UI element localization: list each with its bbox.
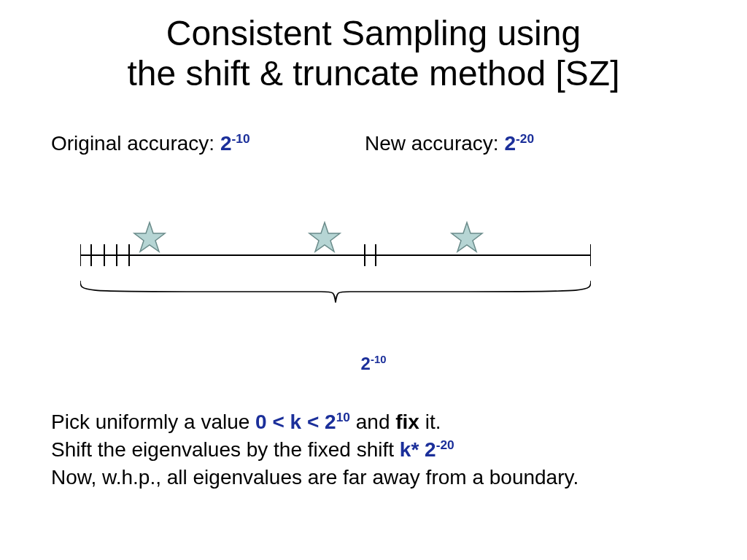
original-accuracy-label: Original accuracy:: [51, 132, 220, 155]
body-text: Pick uniformly a value 0 < k < 210 and f…: [51, 408, 711, 491]
math-shift: k* 2-20: [400, 438, 454, 461]
star-group: [134, 222, 482, 252]
body-line-1: Pick uniformly a value 0 < k < 210 and f…: [51, 408, 711, 436]
title-line-2: the shift & truncate method [SZ]: [128, 54, 620, 93]
original-accuracy: Original accuracy: 2-10: [51, 131, 250, 155]
exponent: 10: [336, 410, 350, 424]
star-icon: [309, 222, 340, 252]
new-accuracy-value: 2-20: [504, 132, 534, 155]
title-line-1: Consistent Sampling using: [166, 14, 581, 52]
text: 0 < k < 2: [255, 411, 336, 433]
new-accuracy-label: New accuracy:: [365, 132, 504, 155]
brace-label: 2-10: [0, 354, 747, 374]
base: 2: [220, 132, 232, 155]
star-icon: [134, 222, 165, 252]
body-line-2: Shift the eigenvalues by the fixed shift…: [51, 436, 711, 464]
text: and: [350, 411, 395, 433]
exponent: -10: [231, 131, 249, 146]
exponent: -20: [516, 131, 534, 146]
new-accuracy: New accuracy: 2-20: [365, 131, 534, 155]
math-range: 0 < k < 210: [255, 411, 350, 433]
exponent: -10: [371, 354, 387, 365]
base: 2: [361, 354, 371, 373]
star-icon: [452, 222, 482, 252]
text: Pick uniformly a value: [51, 411, 255, 433]
text: it.: [419, 411, 441, 433]
text: k* 2: [400, 438, 436, 461]
text: Shift the eigenvalues by the fixed shift: [51, 438, 400, 461]
bold-fix: fix: [395, 411, 419, 433]
number-line-diagram: [80, 219, 591, 321]
exponent: -20: [436, 437, 454, 451]
slide: Consistent Sampling using the shift & tr…: [0, 0, 747, 560]
original-accuracy-value: 2-10: [220, 132, 250, 155]
slide-title: Consistent Sampling using the shift & tr…: [0, 13, 747, 93]
brace-icon: [80, 281, 591, 303]
base: 2: [504, 132, 516, 155]
body-line-3: Now, w.h.p., all eigenvalues are far awa…: [51, 464, 711, 491]
